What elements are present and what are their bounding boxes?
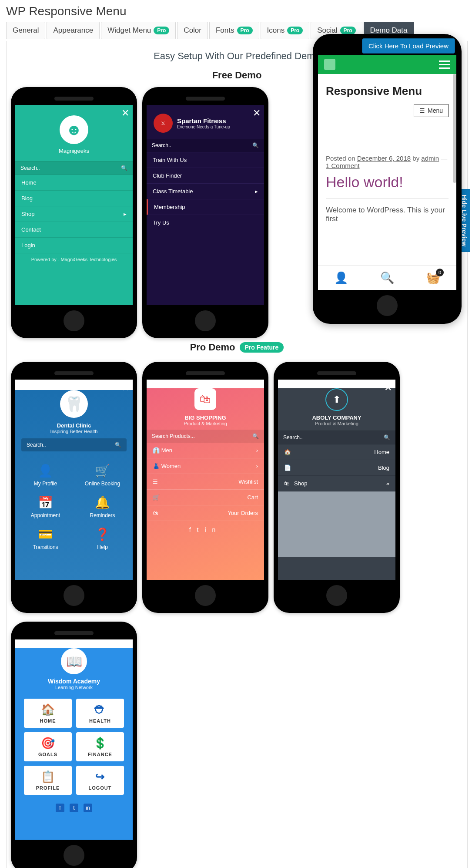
menu-item: 🛍Your Orders: [147, 505, 264, 521]
menu-item: Blog: [15, 191, 133, 206]
grid-item: 👤My Profile: [17, 459, 74, 491]
chevron-right-icon: ›: [256, 447, 258, 454]
menu-item: 👔 Men›: [147, 443, 264, 458]
grid-card: ↪LOGOUT: [76, 766, 124, 795]
menu-item: Contact: [15, 222, 133, 238]
menu-item-selected: Membership: [147, 199, 264, 215]
demo-title: BIG SHOPPING: [147, 414, 264, 421]
tab-icons[interactable]: IconsPro: [261, 22, 310, 39]
tab-appearance[interactable]: Appearance: [47, 22, 100, 39]
site-title: Responsive Menu: [326, 84, 449, 98]
search-input: Search..🔍: [278, 431, 395, 444]
phone-home-button: [64, 310, 84, 331]
chevron-right-icon: ▸: [124, 211, 127, 217]
menu-item: Club Finder: [147, 168, 264, 183]
post-title[interactable]: Hello world!: [326, 174, 449, 191]
grid-item: 💳Transitions: [17, 523, 74, 555]
demo-subtitle: Product & Marketing: [147, 421, 264, 426]
tab-label: Widget Menu: [107, 26, 151, 35]
menu-item: 🏠Home: [278, 444, 395, 460]
demo-title: Wisdom Academy: [15, 678, 133, 685]
logo-icon: ⚔: [154, 114, 173, 133]
user-icon: 👤: [21, 464, 70, 478]
pro-demo-heading: Pro DemoPro Feature: [7, 342, 467, 353]
social-icons: ftin: [15, 799, 133, 817]
close-icon: ✕: [384, 382, 392, 394]
demo-card-wisdom[interactable]: 📖 Wisdom Academy Learning Network 🏠HOME …: [11, 622, 137, 868]
grid-item: 🛒Online Booking: [74, 459, 131, 491]
preview-bottom-nav: 👤 🔍 🧺0: [318, 266, 456, 290]
dollar-icon: 💲: [78, 737, 122, 750]
phone-speaker: [186, 97, 225, 101]
phone-home-button: [64, 845, 84, 866]
author-link[interactable]: admin: [421, 155, 439, 162]
menu-item: Train With Us: [147, 152, 264, 168]
search-input: Search..🔍: [147, 139, 264, 152]
load-preview-button[interactable]: Click Here To Load Preview: [362, 38, 455, 54]
menu-item: Home: [15, 175, 133, 191]
home-icon: 🏠: [26, 703, 70, 717]
demo-card-aboly[interactable]: ✕ ⬆ ABOLY COMPANY Product & Marketing Se…: [274, 362, 400, 613]
live-preview-phone: Responsive Menu ☰Menu Posted on December…: [313, 34, 462, 324]
post-meta: Posted on December 6, 2018 by admin — 1 …: [326, 117, 449, 169]
cart-icon: 🛒: [78, 464, 127, 478]
logo-icon: 📖: [61, 648, 87, 674]
scrollbar[interactable]: [453, 74, 456, 183]
user-icon: 👗: [153, 463, 160, 469]
account-icon[interactable]: 👤: [334, 271, 348, 285]
home-icon: 🏠: [284, 449, 291, 455]
grid-item: ❓Help: [74, 523, 131, 555]
help-icon: ❓: [78, 527, 127, 542]
post-date-link[interactable]: December 6, 2018: [357, 155, 411, 162]
menu-item: Try Us: [147, 215, 264, 230]
comments-link[interactable]: 1 Comment: [326, 162, 360, 169]
site-logo-icon[interactable]: [324, 59, 335, 70]
tab-fonts[interactable]: FontsPro: [209, 22, 259, 39]
pro-feature-pill: Pro Feature: [240, 342, 284, 353]
chevron-right-icon: ›: [256, 463, 258, 469]
demo-card-bigshopping[interactable]: 🛍 BIG SHOPPING Product & Marketing Searc…: [142, 362, 268, 613]
user-icon: 👔: [153, 447, 160, 454]
demo-card-spartan[interactable]: ✕ ⚔Spartan FitnessEveryone Needs a Tune-…: [142, 87, 268, 338]
tab-widget-menu[interactable]: Widget MenuPro: [101, 22, 176, 39]
hamburger-icon[interactable]: [439, 58, 450, 71]
grid-card: 🏠HOME: [24, 699, 72, 728]
tab-label: Fonts: [216, 26, 234, 35]
grid-item: 🔔Reminders: [74, 491, 131, 523]
menu-button[interactable]: ☰Menu: [414, 104, 449, 117]
logo-icon: 🛍: [194, 388, 216, 410]
search-icon: 🔍: [384, 434, 390, 441]
tab-general[interactable]: General: [6, 22, 45, 39]
pro-badge: Pro: [287, 27, 303, 34]
cart-icon: 🛒: [153, 494, 160, 501]
logo-icon: ☻: [60, 115, 88, 144]
phone-home-button: [377, 295, 398, 316]
phone-home-button: [195, 585, 216, 606]
demo-title: ABOLY COMPANY: [278, 414, 395, 421]
search-icon[interactable]: 🔍: [380, 271, 394, 285]
phone-home-button: [326, 585, 347, 606]
demo-card-dental[interactable]: ✕ 🦷 Dental Clinic Inspiring Better Healt…: [11, 362, 137, 613]
menu-item: 🛍Shop»: [278, 476, 395, 491]
file-icon: 📄: [284, 464, 291, 471]
search-input: Search Products...🔍: [147, 430, 264, 443]
pro-badge: Pro: [154, 27, 169, 34]
facebook-icon: f: [56, 804, 64, 812]
page-title: WP Responsive Menu: [6, 4, 468, 18]
tab-color[interactable]: Color: [177, 22, 208, 39]
pro-badge: Pro: [340, 27, 356, 34]
menu-item: Shop▸: [15, 206, 133, 222]
tab-label: Social: [317, 26, 337, 35]
logo-icon: ⬆: [325, 388, 348, 411]
phone-home-button: [195, 310, 216, 331]
grid-card: 📋PROFILE: [24, 766, 72, 795]
chevron-right-icon: »: [386, 480, 389, 487]
bell-icon: 🔔: [78, 495, 127, 510]
pro-badge: Pro: [237, 27, 253, 34]
health-icon: ⛑: [78, 703, 122, 717]
cart-icon[interactable]: 🧺0: [426, 271, 440, 285]
demo-subtitle: Everyone Needs a Tune-up: [177, 124, 230, 129]
list-icon: ☰: [153, 478, 160, 485]
linkedin-icon: in: [204, 526, 221, 533]
demo-card-magnigeeks[interactable]: ✕ ☻Magnigeeks Search..🔍 Home Blog Shop▸ …: [11, 87, 137, 338]
